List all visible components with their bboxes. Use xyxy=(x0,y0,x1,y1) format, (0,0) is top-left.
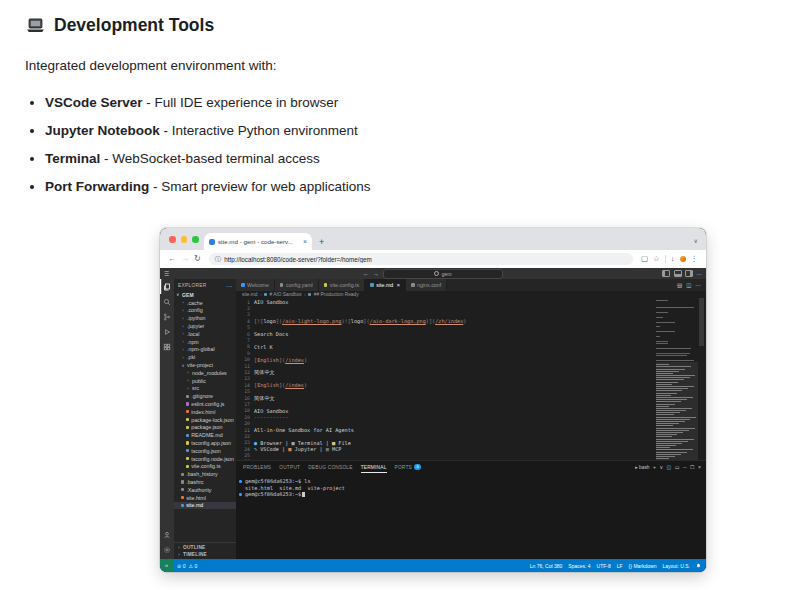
search-activity-icon[interactable] xyxy=(160,294,174,309)
reading-mode-icon[interactable]: ▢ xyxy=(641,255,648,263)
new-terminal-icon[interactable]: + xyxy=(653,464,656,470)
extension-icon[interactable] xyxy=(680,256,686,262)
panel-tab-ports[interactable]: PORTS6 xyxy=(395,461,422,473)
sidebar-section-timeline[interactable]: ›TIMELINE xyxy=(174,551,236,558)
status-item[interactable]: Ln 76, Col 380 xyxy=(530,563,563,569)
markdown-preview-icon[interactable]: ▤ xyxy=(677,282,682,288)
forward-button[interactable]: → xyxy=(181,255,189,263)
tree-item[interactable]: index.html xyxy=(174,408,236,416)
tree-item[interactable]: tsconfig.json xyxy=(174,447,236,455)
browser-tab[interactable]: site.md - gem - code-serv... × xyxy=(204,233,312,250)
tree-item[interactable]: tsconfig.app.json xyxy=(174,439,236,447)
panel-tab-debug-console[interactable]: DEBUG CONSOLE xyxy=(308,461,352,473)
account-icon[interactable] xyxy=(160,527,174,542)
tree-item[interactable]: ›.npm-global xyxy=(174,346,236,354)
editor-body[interactable]: 1AIO Sandbox234[![logo](/aio-light-logo.… xyxy=(236,298,706,460)
more-actions-icon[interactable]: ⋯ xyxy=(696,282,702,288)
back-button[interactable]: ← xyxy=(168,255,176,263)
tree-item[interactable]: site.html xyxy=(174,494,236,502)
toggle-sidebar-icon[interactable] xyxy=(662,270,670,277)
toggle-secondary-sidebar-icon[interactable] xyxy=(685,270,693,277)
tree-item[interactable]: ∨vite-project xyxy=(174,361,236,369)
code-editor[interactable]: 1AIO Sandbox234[![logo](/aio-light-logo.… xyxy=(236,298,656,460)
status-item[interactable]: {}Markdown xyxy=(629,563,657,569)
nav-back-icon[interactable]: ← xyxy=(363,271,369,277)
minimap[interactable] xyxy=(656,298,698,460)
scrollbar-thumb[interactable] xyxy=(699,298,704,346)
zoom-window-button[interactable] xyxy=(192,236,199,243)
tree-item[interactable]: ∨GEM xyxy=(174,291,236,299)
tree-item[interactable]: vite.config.ts xyxy=(174,463,236,471)
terminal-dropdown-icon[interactable]: ∨ xyxy=(659,464,663,470)
editor-tab[interactable]: nginx.conf xyxy=(406,279,447,291)
tree-item[interactable]: .gitignore xyxy=(174,392,236,400)
breadcrumb[interactable]: site.md›# AIO Sandbox›## Production Read… xyxy=(236,291,706,298)
status-item[interactable]: Layout: U.S. xyxy=(662,563,690,569)
breadcrumb-item[interactable]: ## Production Ready xyxy=(314,292,359,297)
breadcrumb-item[interactable]: site.md xyxy=(242,292,257,297)
tree-item[interactable]: ›.npm xyxy=(174,338,236,346)
remote-indicator[interactable]: ›‹ xyxy=(160,559,173,572)
problems-status[interactable]: ⊘0 xyxy=(177,563,185,569)
editor-tab[interactable]: config.yaml xyxy=(275,279,319,291)
nav-forward-icon[interactable]: → xyxy=(373,271,379,277)
tree-item[interactable]: ›node_modules xyxy=(174,369,236,377)
maximize-panel-icon[interactable]: ☐ xyxy=(690,464,694,470)
split-editor-icon[interactable]: ◫ xyxy=(686,282,691,288)
reload-button[interactable]: ↻ xyxy=(194,255,201,263)
panel-tab-output[interactable]: OUTPUT xyxy=(279,461,300,473)
downloads-icon[interactable]: ↓ xyxy=(671,255,675,263)
tree-item[interactable]: ›.jupyter xyxy=(174,322,236,330)
split-terminal-icon[interactable]: ◫ xyxy=(667,464,672,470)
editor-scrollbar[interactable] xyxy=(698,298,706,460)
tree-item[interactable]: ›src xyxy=(174,385,236,393)
settings-gear-icon[interactable] xyxy=(160,542,174,557)
tree-item[interactable]: ›public xyxy=(174,377,236,385)
tree-item[interactable]: site.md xyxy=(174,502,236,510)
terminal-output[interactable]: gem@c5f86da6253:~$ lssite.html site.md v… xyxy=(236,473,706,498)
editor-tab[interactable]: vite.config.ts xyxy=(319,279,365,291)
run-debug-icon[interactable] xyxy=(160,324,174,339)
bookmark-star-icon[interactable]: ☆ xyxy=(653,255,660,263)
browser-menu-icon[interactable]: ⋮ xyxy=(691,255,699,263)
tree-item[interactable]: ›.pki xyxy=(174,353,236,361)
tree-item[interactable]: ›.local xyxy=(174,330,236,338)
status-item[interactable]: Spaces: 4 xyxy=(568,563,590,569)
application-menu-icon[interactable]: ☰ xyxy=(164,271,169,277)
tree-item[interactable]: README.md xyxy=(174,431,236,439)
close-panel-icon[interactable]: × xyxy=(698,464,701,470)
tree-item[interactable]: package-lock.json xyxy=(174,416,236,424)
status-item[interactable]: UTF-8 xyxy=(597,563,611,569)
address-bar[interactable]: ⓘ http://localhost:8080/code-server/?fol… xyxy=(209,253,633,265)
sidebar-section-outline[interactable]: ›OUTLINE xyxy=(174,544,236,551)
tree-item[interactable]: .bashrc xyxy=(174,478,236,486)
explorer-more-icon[interactable]: ⋯ xyxy=(226,282,232,289)
command-center-search[interactable]: gem xyxy=(383,269,503,279)
tree-item[interactable]: ›.ipython xyxy=(174,314,236,322)
minimize-window-button[interactable] xyxy=(181,236,188,243)
customize-layout-icon[interactable]: ⋯ xyxy=(697,271,703,277)
panel-tab-problems[interactable]: PROBLEMS xyxy=(243,461,271,473)
close-window-button[interactable] xyxy=(169,236,176,243)
close-tab-icon[interactable]: × xyxy=(303,238,307,245)
notifications-bell-icon[interactable] xyxy=(696,563,701,568)
tab-strip-chevron-icon[interactable]: ∨ xyxy=(694,237,698,244)
new-tab-button[interactable]: + xyxy=(319,238,324,247)
explorer-icon[interactable] xyxy=(160,279,174,294)
shell-selector[interactable]: ▸ bash xyxy=(635,465,649,470)
minimize-panel-icon[interactable]: ─ xyxy=(683,464,687,470)
close-icon[interactable]: × xyxy=(397,282,400,288)
tree-item[interactable]: package.json xyxy=(174,424,236,432)
tree-item[interactable]: .Xauthority xyxy=(174,486,236,494)
status-item[interactable]: LF xyxy=(617,563,623,569)
breadcrumb-item[interactable]: # AIO Sandbox xyxy=(269,292,301,297)
toggle-panel-icon[interactable] xyxy=(674,270,682,277)
source-control-icon[interactable] xyxy=(160,309,174,324)
problems-status[interactable]: ⚠0 xyxy=(188,563,197,569)
tree-item[interactable]: tsconfig.node.json xyxy=(174,455,236,463)
extensions-icon[interactable] xyxy=(160,339,174,354)
editor-tab[interactable]: Welcome xyxy=(236,279,275,291)
tree-item[interactable]: eslint.config.js xyxy=(174,400,236,408)
editor-tab[interactable]: site.md× xyxy=(365,279,406,291)
kill-terminal-icon[interactable]: ▭ xyxy=(675,464,680,470)
